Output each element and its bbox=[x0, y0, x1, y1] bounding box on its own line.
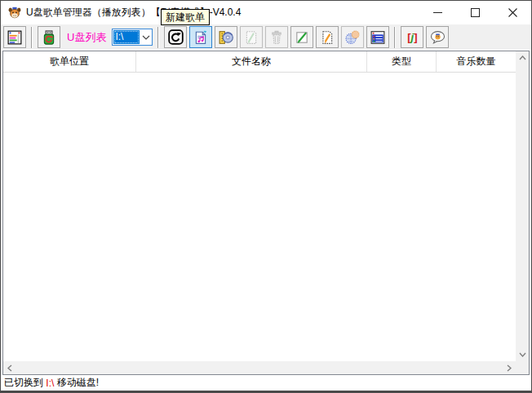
playlist-table: 歌单位置 文件名称 类型 音乐数量 bbox=[2, 51, 530, 375]
refresh-button[interactable] bbox=[164, 26, 187, 48]
column-header-music-count[interactable]: 音乐数量 bbox=[437, 51, 516, 72]
drive-select-value: I:\ bbox=[113, 30, 140, 44]
toolbar-separator bbox=[157, 27, 159, 48]
status-text-suffix: 移动磁盘! bbox=[54, 376, 99, 390]
table-empty-area bbox=[3, 73, 516, 361]
playlist-window-icon bbox=[7, 30, 22, 45]
edit-playlist-button[interactable] bbox=[240, 26, 263, 48]
scroll-down-icon[interactable] bbox=[516, 348, 529, 361]
scroll-up-icon[interactable] bbox=[516, 51, 529, 64]
delete-playlist-button[interactable] bbox=[265, 26, 288, 48]
refresh-icon bbox=[168, 29, 184, 45]
edit-note-icon bbox=[244, 30, 259, 45]
playlist-manager-button[interactable] bbox=[3, 26, 26, 48]
toolbar-separator bbox=[394, 27, 396, 48]
list-view-icon bbox=[370, 30, 385, 45]
tooltip-new-playlist: 新建歌单 bbox=[161, 9, 210, 25]
column-header-file-name[interactable]: 文件名称 bbox=[136, 51, 367, 72]
toolbar-separator bbox=[31, 27, 33, 48]
trash-icon bbox=[269, 30, 284, 45]
scrollbar-corner bbox=[516, 361, 529, 374]
list-mode-button[interactable] bbox=[366, 26, 389, 48]
about-button[interactable] bbox=[426, 26, 449, 48]
table-header: 歌单位置 文件名称 类型 音乐数量 bbox=[3, 51, 516, 73]
new-playlist-icon bbox=[193, 30, 208, 45]
drive-select[interactable]: I:\ bbox=[112, 29, 153, 46]
new-playlist-button[interactable] bbox=[189, 26, 212, 48]
script-button[interactable]: [j] bbox=[401, 26, 423, 48]
bracket-j-icon: [j] bbox=[407, 32, 417, 42]
close-button[interactable] bbox=[494, 1, 531, 24]
column-header-type[interactable]: 类型 bbox=[367, 51, 437, 72]
speech-bubble-icon bbox=[430, 30, 446, 44]
close-icon bbox=[508, 8, 517, 17]
orange-pencil-icon bbox=[320, 30, 335, 45]
column-header-playlist-location[interactable]: 歌单位置 bbox=[3, 51, 136, 72]
usb-drive-button[interactable] bbox=[38, 26, 60, 48]
title-bar: U盘歌单管理器（播放列表）【列表模式】-V4.0.4 bbox=[1, 1, 531, 24]
table-content: 歌单位置 文件名称 类型 音乐数量 bbox=[3, 51, 516, 361]
minimize-icon bbox=[433, 12, 442, 13]
toolbar: U盘列表 I:\ bbox=[1, 24, 531, 50]
green-pencil-icon bbox=[295, 30, 309, 45]
web-button[interactable] bbox=[341, 26, 364, 48]
minimize-button[interactable] bbox=[419, 1, 456, 24]
maximize-button[interactable] bbox=[456, 1, 494, 24]
status-bar: 已切换到 I:\ 移动磁盘! bbox=[1, 375, 531, 391]
horizontal-scrollbar[interactable] bbox=[3, 361, 516, 374]
maximize-icon bbox=[471, 8, 480, 17]
vertical-scrollbar[interactable] bbox=[516, 51, 529, 361]
scroll-right-icon[interactable] bbox=[503, 361, 516, 374]
status-text-prefix: 已切换到 bbox=[4, 376, 46, 390]
rename-button[interactable] bbox=[316, 26, 339, 48]
ox-mascot-icon bbox=[7, 7, 22, 20]
globe-icon bbox=[345, 30, 360, 45]
cd-cover-icon bbox=[219, 30, 233, 45]
scroll-left-icon[interactable] bbox=[3, 361, 16, 374]
window-controls bbox=[419, 1, 531, 24]
edit-file-button[interactable] bbox=[290, 26, 313, 48]
app-window: U盘歌单管理器（播放列表）【列表模式】-V4.0.4 bbox=[0, 0, 532, 393]
chevron-down-icon bbox=[140, 35, 152, 40]
cd-cover-button[interactable] bbox=[215, 26, 237, 48]
usb-list-label: U盘列表 bbox=[67, 30, 106, 45]
status-drive-letter: I:\ bbox=[46, 378, 54, 389]
usb-drive-icon bbox=[42, 30, 56, 45]
